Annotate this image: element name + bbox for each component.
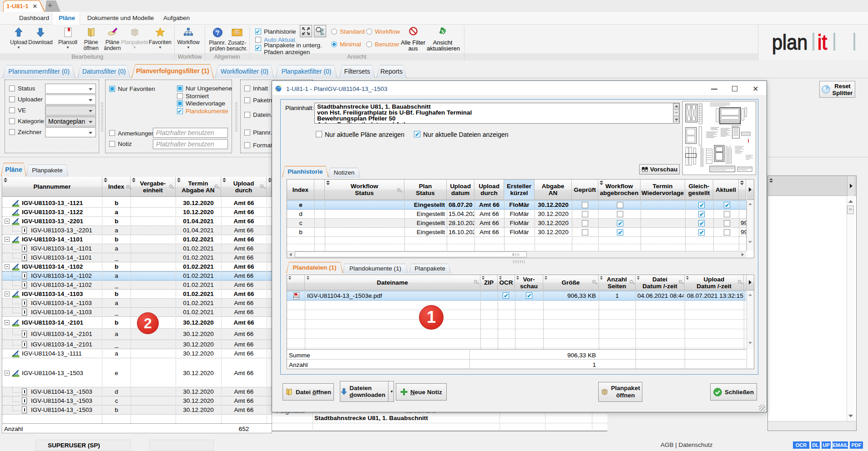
- svg-text:PDF: PDF: [294, 296, 299, 299]
- svg-text:?: ?: [216, 29, 220, 36]
- svg-text:@: @: [235, 30, 240, 35]
